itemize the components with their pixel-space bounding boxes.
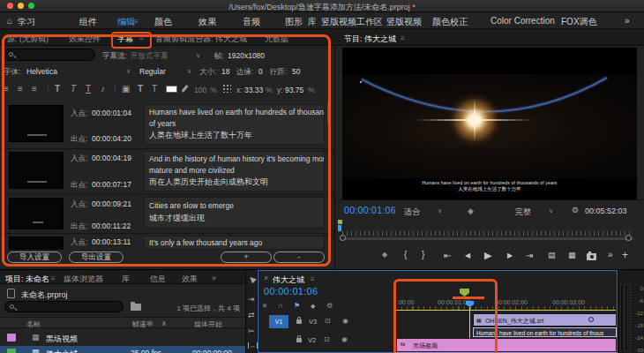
tab-source[interactable]: 源: (无剪辑): [7, 34, 49, 45]
track-output-eye-icon[interactable]: ◉: [342, 317, 348, 325]
monitor-playhead-tick[interactable]: [338, 225, 341, 231]
tab-project[interactable]: 项目: 未命名: [5, 274, 49, 285]
caption-row[interactable]: 入点: 00:00:09:21 出点: 00:00:11:22 Cities a…: [0, 195, 335, 233]
add-marker-icon[interactable]: ◆: [382, 251, 387, 259]
track-monitor-toggle-icon[interactable]: ⊡: [324, 335, 330, 343]
tab-program[interactable]: 节目: 伟大之城: [344, 34, 396, 45]
lift-icon[interactable]: ▤: [548, 251, 556, 259]
text-stroke-icon[interactable]: T: [152, 84, 157, 94]
workspace-libraries[interactable]: 库: [308, 16, 317, 28]
track-output-eye-icon[interactable]: ◉: [341, 335, 348, 343]
more-buttons-icon[interactable]: »: [608, 250, 613, 259]
align-left-icon[interactable]: ≡: [4, 84, 9, 94]
workspace-learn[interactable]: 学习: [18, 16, 35, 28]
caption-text-box[interactable]: It's only a few thousand years ago: [144, 236, 325, 250]
track-label-v2[interactable]: V2: [308, 336, 316, 344]
mark-in-icon[interactable]: {: [404, 250, 407, 259]
step-forward-icon[interactable]: ▶: [507, 252, 513, 259]
timeline-settings-wrench-icon[interactable]: ⚙: [326, 302, 333, 310]
workspace-edit-menu-icon[interactable]: ≡: [134, 18, 139, 26]
tab-audio-mixer[interactable]: 音频剪辑混合器: 伟大之城: [155, 34, 247, 45]
caption-row[interactable]: 入点: 00:00:04:19 出点: 00:00:07:17 And in t…: [0, 149, 335, 194]
workspace-color-correction[interactable]: Color Correction: [490, 16, 555, 26]
caption-text-box[interactable]: Cities are slow to emerge 城市才缓缓出现: [144, 197, 325, 229]
add-caption-button[interactable]: +: [221, 252, 272, 263]
position-grid-icon[interactable]: [222, 84, 231, 93]
font-style-select[interactable]: Regular: [139, 67, 166, 76]
slip-tool-icon[interactable]: ↔: [248, 342, 258, 349]
source-patch-v1[interactable]: V1: [269, 315, 288, 328]
settings-wrench-icon[interactable]: ⚙: [572, 206, 579, 214]
workspace-color[interactable]: 颜色: [154, 16, 172, 28]
playback-resolution-select[interactable]: 完整: [515, 207, 531, 218]
workspace-assembly[interactable]: 组件: [79, 16, 97, 28]
razor-tool-icon[interactable]: ✂: [248, 327, 255, 335]
text-fill-icon[interactable]: T: [138, 84, 143, 94]
tab-effect-controls[interactable]: 效果控件: [69, 34, 101, 45]
chevron-down-icon[interactable]: ∨: [549, 207, 553, 214]
caption-text-box[interactable]: And in the history of human history it's…: [144, 151, 325, 192]
button-editor-plus-icon[interactable]: +: [622, 249, 628, 261]
column-media-start[interactable]: 媒体开始: [194, 319, 222, 329]
tab-metadata[interactable]: 元数据: [265, 34, 288, 45]
export-frame-camera-icon[interactable]: [587, 253, 596, 260]
track-label-v3[interactable]: V3: [309, 318, 317, 326]
workspace-vertical-video-ws[interactable]: 竖版视频工作区: [321, 16, 383, 28]
remove-caption-button[interactable]: -: [273, 252, 325, 263]
font-size-value[interactable]: 18: [221, 67, 229, 76]
linked-selection-icon[interactable]: ⚑: [294, 302, 300, 310]
program-panel-menu-icon[interactable]: ≡: [401, 34, 405, 42]
project-panel-menu-icon[interactable]: ≡: [51, 274, 56, 282]
text-background-icon[interactable]: ▣: [122, 84, 130, 94]
ripple-edit-tool-icon[interactable]: ⇄: [248, 311, 255, 319]
x-position-value[interactable]: 33.33: [244, 86, 263, 94]
workspace-graphics[interactable]: 图形: [285, 16, 303, 28]
bold-icon[interactable]: T: [55, 84, 60, 94]
label-color-swatch[interactable]: [7, 334, 16, 342]
project-item-row-selected[interactable]: ▦ 伟大之城 25.00 fps 00:00:00:00: [0, 346, 245, 353]
mark-out-icon[interactable]: }: [422, 250, 424, 259]
scroll-handle-left[interactable]: [340, 235, 346, 241]
tabs-overflow-icon[interactable]: »: [212, 274, 216, 282]
workspace-overflow-icon[interactable]: »: [625, 16, 630, 26]
timeline-tab[interactable]: 伟大之城: [273, 274, 304, 286]
lock-icon[interactable]: [296, 319, 302, 324]
edge-value[interactable]: 0: [258, 67, 263, 76]
chevron-down-icon[interactable]: ∨: [438, 207, 442, 214]
workspace-fox-grade[interactable]: FOX调色: [561, 16, 597, 28]
play-icon[interactable]: ▶: [484, 250, 491, 261]
snap-icon[interactable]: ∩: [278, 302, 283, 310]
font-family-select[interactable]: Helvetica: [26, 67, 57, 76]
monitor-zoom-scrollbar[interactable]: [342, 237, 633, 240]
go-to-in-icon[interactable]: ⇤: [444, 251, 451, 260]
timeline-timecode[interactable]: 00:00:01:06: [264, 286, 318, 297]
workspace-edit[interactable]: 编辑: [117, 16, 135, 28]
caption-row[interactable]: 入点: 00:00:01:04 出点: 00:00:04:20 Humans h…: [0, 101, 335, 148]
workspace-vertical-video[interactable]: 竖版视频: [386, 16, 422, 28]
column-name[interactable]: 名称: [26, 319, 41, 329]
export-settings-button[interactable]: 导出设置: [69, 252, 124, 263]
timeline-panel-menu-icon[interactable]: ≡: [311, 275, 315, 283]
tab-libraries[interactable]: 库: [122, 274, 130, 285]
captions-search-input[interactable]: [4, 49, 95, 61]
selection-tool-icon[interactable]: ▶: [246, 274, 257, 285]
italic-icon[interactable]: T: [71, 84, 76, 94]
caption-row[interactable]: 入点: 00:00:13:11 It's only a few thousand…: [0, 234, 335, 250]
tab-effects[interactable]: 效果: [182, 274, 198, 285]
scroll-handle-right[interactable]: [625, 235, 632, 241]
align-right-icon[interactable]: ≡: [32, 84, 37, 94]
align-center-icon[interactable]: ≡: [18, 84, 23, 94]
workspace-audio[interactable]: 音频: [243, 16, 260, 28]
column-fps[interactable]: 帧速率: [132, 319, 154, 329]
monitor-marker-green[interactable]: [338, 220, 342, 224]
go-to-out-icon[interactable]: ⇥: [526, 251, 533, 260]
nest-toggle-icon[interactable]: ✳: [262, 302, 268, 310]
workspace-color-grading[interactable]: 颜色校正: [432, 16, 468, 28]
marker-icon[interactable]: ◆: [468, 207, 474, 215]
caption-text-box[interactable]: Humans have lived on earth for hundreds …: [144, 104, 325, 145]
import-settings-button[interactable]: 导入设置: [7, 252, 62, 263]
step-back-icon[interactable]: ◀: [465, 252, 470, 259]
chevron-down-icon[interactable]: ∨: [187, 68, 191, 75]
color-swatch[interactable]: [166, 86, 177, 93]
tab-media-browser[interactable]: 媒体浏览器: [64, 274, 103, 285]
